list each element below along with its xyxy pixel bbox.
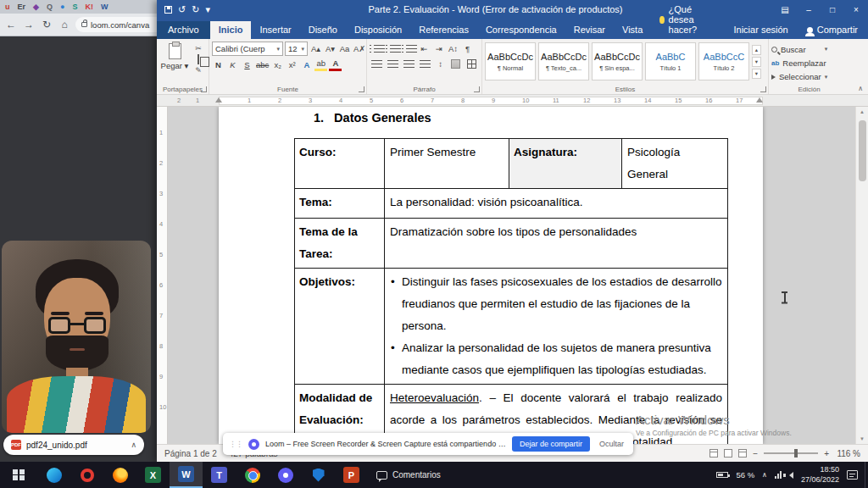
save-icon[interactable]	[164, 6, 172, 14]
battery-icon[interactable]	[716, 472, 728, 478]
doc-table[interactable]: Curso: Primer Semestre Asignatura: Psico…	[294, 138, 728, 444]
scroll-down-icon[interactable]: ▼	[860, 434, 865, 444]
ribbon-display-icon[interactable]: ▤	[773, 0, 797, 19]
taskbar-opera-icon[interactable]	[70, 462, 103, 488]
grow-font-icon[interactable]: A▴	[309, 42, 322, 56]
align-left-icon[interactable]	[370, 57, 384, 70]
back-icon[interactable]: ←	[4, 19, 18, 30]
cut-icon[interactable]: ✂	[192, 44, 204, 53]
url-text[interactable]: loom.com/canva	[91, 20, 149, 30]
start-button[interactable]	[0, 462, 37, 488]
tab-vista[interactable]: Vista	[614, 21, 651, 39]
browser-tab[interactable]: K!	[85, 0, 93, 14]
ruler-horizontal[interactable]: 211234567891011121314151617	[157, 95, 868, 107]
cell-objetivos-label[interactable]: Objetivos:	[295, 269, 385, 385]
clock[interactable]: 18:50 27/06/2022	[801, 465, 839, 485]
dialog-launcher-icon[interactable]	[201, 86, 207, 92]
font-color-button[interactable]: A	[329, 58, 342, 71]
notification-center-icon[interactable]	[847, 470, 858, 480]
taskbar-loom-icon[interactable]	[269, 462, 302, 488]
cell-tema-tarea-label[interactable]: Tema de la Tarea:	[295, 219, 385, 269]
redo-icon[interactable]: ↻	[192, 0, 199, 19]
taskbar-comments-button[interactable]: Comentarios	[368, 462, 449, 488]
cell-curso-label[interactable]: Curso:	[295, 139, 385, 189]
word-titlebar[interactable]: ↺ ↻ ▾ Parte 2. Evaluación - Word (Error …	[157, 0, 868, 19]
undo-icon[interactable]: ↺	[178, 0, 186, 19]
font-name-combo[interactable]: Calibri (Cuerp▾	[212, 42, 283, 56]
style-texto[interactable]: AaBbCcDc¶ Texto_ca...	[538, 42, 589, 80]
zoom-in-icon[interactable]: +	[824, 449, 829, 458]
style-normal[interactable]: AaBbCcDc¶ Normal	[485, 42, 536, 80]
comments-label[interactable]: Comentarios	[392, 470, 441, 480]
close-button[interactable]: ×	[844, 0, 868, 19]
dialog-launcher-icon[interactable]	[474, 86, 480, 92]
tab-referencias[interactable]: Referencias	[410, 21, 477, 39]
tell-me-box[interactable]: ¿Qué desea hacer?	[651, 1, 725, 39]
cell-tema-value[interactable]: La personalidad: visión psicoanalítica.	[385, 189, 728, 219]
tell-me-label[interactable]: ¿Qué desea hacer?	[669, 4, 717, 35]
ruler-vertical[interactable]: 12345678910	[157, 107, 168, 444]
zoom-slider-thumb[interactable]	[794, 449, 798, 458]
paste-button[interactable]: Pegar ▾	[159, 42, 190, 83]
page-indicator[interactable]: Página 1 de 2	[164, 449, 217, 458]
sign-in-button[interactable]: Iniciar sesión	[726, 21, 797, 39]
superscript-button[interactable]: x²	[286, 58, 298, 71]
maximize-button[interactable]: □	[821, 0, 844, 19]
taskbar-teams-icon[interactable]: T	[203, 462, 236, 488]
volume-icon[interactable]	[789, 472, 793, 479]
justify-icon[interactable]	[418, 57, 432, 70]
tab-correspondencia[interactable]: Correspondencia	[477, 21, 565, 39]
find-button[interactable]: Buscar▾	[771, 43, 827, 55]
browser-tab[interactable]: u	[5, 0, 10, 14]
browser-tab[interactable]: ●	[60, 0, 64, 14]
text-effects-button[interactable]: A	[300, 58, 313, 71]
scrollbar-thumb[interactable]	[859, 120, 866, 181]
dropdown-icon[interactable]: ▾	[301, 46, 304, 53]
tab-diseno[interactable]: Diseño	[300, 21, 346, 39]
numbering-icon[interactable]	[386, 42, 400, 55]
collapse-ribbon-icon[interactable]: ∧	[858, 85, 863, 92]
browser-tab[interactable]: Er	[18, 0, 26, 14]
stop-sharing-button[interactable]: Dejar de compartir	[512, 436, 590, 452]
webcam-overlay[interactable]	[2, 241, 151, 433]
styles-down-icon[interactable]: ▾	[752, 57, 761, 67]
clear-formatting-icon[interactable]: A✗	[353, 42, 366, 56]
highlight-button[interactable]: ab	[314, 58, 327, 71]
multilevel-list-icon[interactable]	[402, 42, 416, 55]
taskbar-defender-icon[interactable]	[302, 462, 335, 488]
show-desktop-button[interactable]	[865, 462, 868, 488]
taskbar-excel-icon[interactable]: X	[136, 462, 170, 488]
select-button[interactable]: Seleccionar▾	[771, 71, 827, 83]
reload-icon[interactable]: ↻	[40, 19, 53, 30]
bold-button[interactable]: N	[212, 58, 225, 71]
document-page[interactable]: 1. Datos Generales Curso: Primer Semestr…	[219, 107, 763, 444]
download-caret-icon[interactable]: ∧	[131, 441, 136, 449]
hide-button[interactable]: Ocultar	[596, 436, 627, 452]
align-right-icon[interactable]	[402, 57, 416, 70]
tab-archivo[interactable]: Archivo	[157, 21, 210, 39]
zoom-slider[interactable]	[764, 452, 818, 454]
dialog-launcher-icon[interactable]	[359, 86, 364, 92]
shrink-font-icon[interactable]: A▾	[324, 42, 337, 56]
zoom-level[interactable]: 116 %	[835, 449, 860, 458]
subscript-button[interactable]: x₂	[271, 58, 284, 71]
indent-marker[interactable]	[756, 97, 763, 103]
cell-curso-value[interactable]: Primer Semestre	[385, 139, 509, 189]
dropdown-icon[interactable]: ▾	[276, 46, 280, 53]
styles-more-icon[interactable]: ▾	[752, 69, 761, 79]
decrease-indent-icon[interactable]: ⇤	[418, 42, 431, 55]
forward-icon[interactable]: →	[22, 19, 36, 30]
styles-up-icon[interactable]: ▴	[752, 45, 761, 55]
cell-tema-label[interactable]: Tema:	[295, 189, 385, 219]
line-spacing-icon[interactable]: ↕	[434, 57, 447, 70]
minimize-button[interactable]: –	[797, 0, 821, 19]
tray-expand-icon[interactable]: ∧	[762, 471, 767, 479]
web-layout-icon[interactable]	[738, 449, 747, 458]
browser-tab[interactable]: W	[101, 0, 108, 14]
browser-tab[interactable]: S	[72, 0, 77, 14]
borders-icon[interactable]	[465, 57, 479, 70]
tab-inicio[interactable]: Inicio	[210, 21, 252, 39]
format-painter-icon[interactable]: ✎	[192, 66, 204, 75]
address-bar[interactable]: loom.com/canva	[75, 17, 169, 32]
browser-tab[interactable]: Q	[47, 0, 53, 14]
